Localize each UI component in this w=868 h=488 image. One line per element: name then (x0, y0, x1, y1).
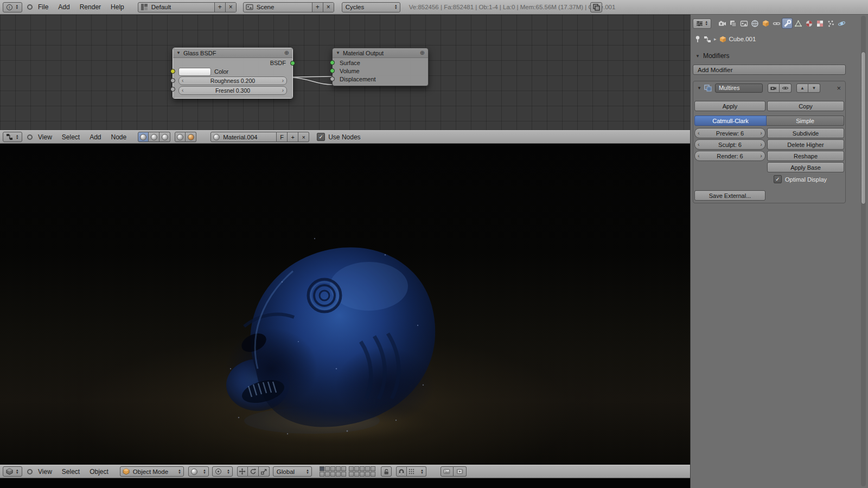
panel-expand-icon[interactable]: ▼ (695, 54, 700, 59)
volume-input-socket[interactable] (330, 68, 335, 73)
menu-add[interactable]: Add (58, 3, 69, 11)
menu-view[interactable]: View (38, 468, 52, 476)
tab-particles[interactable] (825, 18, 836, 29)
opengl-render-still-button[interactable] (441, 466, 454, 477)
add-modifier-dropdown[interactable]: Add Modifier (693, 65, 846, 75)
layer-toggle[interactable] (330, 466, 335, 471)
pin-icon[interactable] (694, 35, 701, 43)
render-visibility-button[interactable] (768, 84, 780, 93)
decrement-icon[interactable]: ‹ (698, 151, 700, 160)
move-modifier-down-button[interactable]: ▼ (808, 84, 820, 93)
tab-render-layers[interactable] (727, 18, 738, 29)
collapse-node-icon[interactable]: ▼ (336, 50, 340, 55)
node-material-button[interactable] (186, 132, 196, 142)
copy-button[interactable]: Copy (767, 101, 844, 111)
increment-icon[interactable]: › (760, 140, 762, 149)
save-external-button[interactable]: Save External... (694, 190, 765, 201)
tab-texture[interactable] (814, 18, 825, 29)
window-duplicate-button[interactable] (590, 2, 602, 12)
new-material-button[interactable]: + (288, 132, 298, 142)
scale-manipulator-button[interactable] (259, 466, 270, 477)
layer-toggle[interactable] (325, 466, 330, 471)
properties-scrollbar-track[interactable] (861, 16, 866, 486)
decrement-icon[interactable]: ‹ (182, 77, 183, 84)
sculpt-level-stepper[interactable]: ‹ Sculpt: 6 › (694, 139, 765, 150)
move-modifier-up-button[interactable]: ▲ (796, 84, 808, 93)
fresnel-input-socket[interactable] (170, 87, 175, 92)
apply-button[interactable]: Apply (694, 101, 765, 111)
layer-toggle[interactable] (360, 466, 365, 471)
scene-selector[interactable]: Scene + × (243, 2, 334, 12)
node-plus-icon[interactable]: ⊕ (420, 49, 425, 56)
layer-toggle[interactable] (349, 466, 354, 471)
tab-world[interactable] (749, 18, 760, 29)
layer-toggle[interactable] (365, 466, 370, 471)
panel-header-modifiers[interactable]: ▼ Modifiers (695, 52, 730, 60)
tab-object[interactable] (760, 18, 771, 29)
menu-object[interactable]: Object (90, 468, 108, 476)
pivot-point-selector[interactable]: ▲▼ (212, 466, 233, 477)
layer-toggle[interactable] (330, 472, 335, 477)
mode-selector[interactable]: Object Mode ▲▼ (120, 466, 184, 477)
node-material-output[interactable]: ▼ Material Output ⊕ Surface Volume Displ… (332, 48, 429, 86)
menu-render[interactable]: Render (80, 3, 101, 11)
tab-material[interactable] (803, 18, 814, 29)
increment-icon[interactable]: › (282, 87, 284, 94)
shader-type-lamp-button[interactable] (159, 132, 170, 142)
fresnel-slider[interactable]: ‹ Fresnel 0.300 › (178, 86, 287, 95)
reshape-button[interactable]: Reshape (767, 151, 844, 161)
preview-level-stepper[interactable]: ‹ Preview: 6 › (694, 128, 765, 138)
displacement-input-socket[interactable] (330, 76, 335, 81)
modifier-name-field[interactable]: Multires (715, 84, 763, 93)
rotate-manipulator-button[interactable] (248, 466, 259, 477)
tab-object-data[interactable] (793, 18, 803, 29)
snap-toggle-button[interactable] (396, 466, 407, 477)
editor-type-node-button[interactable]: ▲▼ (3, 132, 22, 142)
menu-select[interactable]: Select (62, 468, 80, 476)
increment-icon[interactable]: › (282, 77, 284, 84)
shader-type-world-button[interactable] (149, 132, 159, 142)
decrement-icon[interactable]: ‹ (698, 129, 700, 138)
bsdf-output-socket[interactable] (290, 61, 295, 66)
delete-layout-button[interactable]: × (225, 3, 236, 12)
layer-toggle[interactable] (371, 466, 375, 471)
collapse-node-icon[interactable]: ▼ (176, 50, 181, 55)
tab-render[interactable] (717, 18, 727, 29)
menu-file[interactable]: File (38, 3, 48, 11)
add-layout-button[interactable]: + (214, 3, 225, 12)
layer-toggle[interactable] (336, 466, 341, 471)
collapse-menus-icon[interactable] (27, 4, 33, 10)
decrement-icon[interactable]: ‹ (182, 87, 183, 94)
layer-toggle[interactable] (325, 472, 330, 477)
viewport-3d[interactable] (0, 144, 690, 465)
optimal-display-toggle[interactable]: ✓ Optimal Display (774, 175, 827, 183)
screen-layout-selector[interactable]: Default + × (138, 2, 237, 12)
properties-scrollbar-thumb[interactable] (861, 52, 866, 204)
delete-scene-button[interactable]: × (323, 3, 334, 12)
layer-toggle[interactable] (320, 466, 324, 471)
tab-scene[interactable] (738, 18, 749, 29)
translate-manipulator-button[interactable] (237, 466, 248, 477)
layer-toggle[interactable] (341, 472, 346, 477)
increment-icon[interactable]: › (760, 151, 762, 160)
menu-view[interactable]: View (38, 133, 52, 141)
roughness-input-socket[interactable] (170, 78, 175, 83)
use-nodes-checkbox[interactable]: ✓ (317, 133, 325, 141)
subdivision-type-catmull-clark-button[interactable]: Catmull-Clark (694, 115, 767, 126)
breadcrumb-object-name[interactable]: Cube.001 (729, 36, 756, 42)
collapse-menus-icon[interactable] (27, 469, 33, 474)
editor-type-info-button[interactable]: i ▲▼ (3, 2, 22, 12)
optimal-display-checkbox[interactable]: ✓ (774, 175, 782, 183)
subdivision-type-simple-button[interactable]: Simple (767, 115, 844, 126)
collapse-menus-icon[interactable] (27, 134, 33, 140)
node-output-header[interactable]: ▼ Material Output ⊕ (333, 48, 428, 58)
tab-physics[interactable] (836, 18, 847, 29)
add-scene-button[interactable]: + (312, 3, 323, 12)
color-input-socket[interactable] (170, 69, 175, 74)
delete-modifier-icon[interactable]: × (837, 84, 841, 92)
viewport-shading-selector[interactable]: ▲▼ (188, 466, 209, 477)
editor-type-properties-button[interactable]: ▲▼ (693, 18, 711, 29)
tab-modifiers[interactable] (782, 18, 793, 29)
menu-node[interactable]: Node (111, 133, 127, 141)
layer-toggle[interactable] (371, 472, 375, 477)
